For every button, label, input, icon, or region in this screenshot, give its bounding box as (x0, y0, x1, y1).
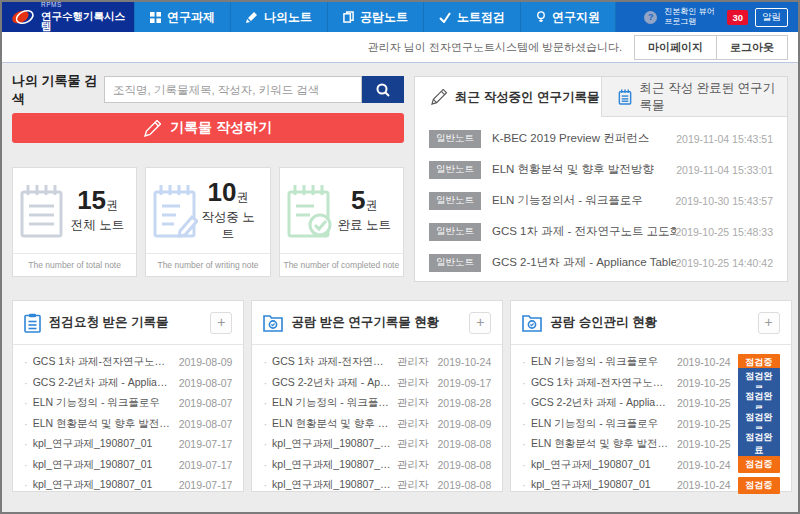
tab-label: 최근 작성 완료된 연구기록물 (640, 80, 788, 114)
create-record-button[interactable]: 기록물 작성하기 (12, 113, 404, 143)
list-item[interactable]: ·kpl_연구과제_190807_012019-07-17 (24, 475, 232, 496)
record-date: 2019-08-28 (438, 397, 492, 409)
brand-abbr: RPMS (41, 2, 134, 9)
list-item[interactable]: ·kpl_연구과제_190807_012019-07-17 (24, 434, 232, 455)
list-item[interactable]: 일반노트 GCS 1차 과제 - 전자연구노트 고도화 ㅏ 2019-10-25… (429, 216, 773, 247)
stat-caption: The number of total note (13, 253, 136, 276)
menu-item-shared-note[interactable]: 공람노트 (328, 2, 424, 32)
list-item[interactable]: ·ELN 현황분석 및 향후 발전방향2019-08-07 (24, 414, 232, 435)
more-button[interactable]: + (469, 312, 491, 334)
shared-records-list: ·GCS 1차 과제-전자연구노트 고도화관리자2019-10-24 ·GCS … (252, 345, 502, 496)
stat-card-total: 15권 전체 노트 The number of total note (12, 167, 137, 277)
stat-value: 5 (351, 185, 365, 215)
bullet: · (24, 438, 28, 450)
menu-label: 나의노트 (264, 9, 312, 26)
record-title: ELN 기능정의서 - 워크플로우 (492, 193, 676, 208)
list-item[interactable]: 일반노트 ELN 현황분석 및 향후 발전방향 2019-11-04 15:33… (429, 154, 773, 185)
menu-label: 연구지원 (552, 9, 600, 26)
bullet: · (263, 438, 267, 450)
record-date: 2019-07-17 (179, 438, 233, 450)
more-button[interactable]: + (210, 312, 232, 334)
list-item[interactable]: 일반노트 ELN 기능정의서 - 워크플로우 2019-10-30 15:43:… (429, 185, 773, 216)
left-column: 나의 기록물 검색 기록물 작성하기 (12, 76, 404, 282)
record-date: 2019-08-08 (438, 438, 492, 450)
viewer-program-link[interactable]: 진본확인 뷰어 프로그램 (664, 7, 714, 27)
list-item[interactable]: ·kpl_연구과제_190807_012019-10-24점검중 (522, 475, 779, 496)
pencil-icon (246, 11, 258, 23)
menu-item-research-task[interactable]: 연구과제 (134, 2, 231, 32)
record-owner: 관리자 (397, 355, 429, 369)
stat-unit: 권 (106, 198, 118, 212)
bulb-icon (536, 11, 546, 23)
menu-item-my-note[interactable]: 나의노트 (231, 2, 328, 32)
list-item[interactable]: ·kpl_연구과제_190807_01관리자2019-08-08 (263, 475, 491, 496)
menu-item-note-check[interactable]: 노트점검 (424, 2, 521, 32)
record-title: GCS 1차 과제-전자연구노트 고도화 (33, 355, 173, 369)
app-logo[interactable]: RPMS 연구수행기록시스템 (2, 2, 134, 32)
notification-button[interactable]: 알림 (755, 8, 788, 27)
mypage-button[interactable]: 마이페이지 (634, 35, 717, 60)
list-item[interactable]: ·GCS 1차 과제-전자연구노트 고도화2019-08-09 (24, 352, 232, 373)
record-owner: 관리자 (397, 478, 429, 492)
welcome-bar: 관리자 님이 전자연구노트시스템에 방문하셨습니다. 마이페이지 로그아웃 (2, 32, 798, 63)
approval-management-panel: 공람 승인관리 현황 + ·ELN 기능정의 - 워크플로우2019-10-24… (510, 300, 791, 492)
menu-item-research-support[interactable]: 연구지원 (521, 2, 616, 32)
list-item[interactable]: 일반노트 K-BEC 2019 Preview 컨퍼런스 2019-11-04 … (429, 123, 773, 154)
record-date: 2019-10-25 (677, 397, 731, 409)
list-item[interactable]: ·GCS 2-2년차 과제 - Appliance Ta...관리자2019-0… (263, 373, 491, 394)
bullet: · (522, 479, 526, 491)
record-title: ELN 현황분석 및 향후 발전방향 (531, 437, 671, 451)
more-button[interactable]: + (758, 312, 780, 334)
stat-value: 15 (77, 185, 106, 215)
list-item[interactable]: ·ELN 기능정의 - 워크플로우2019-08-07 (24, 393, 232, 414)
bullet: · (522, 356, 526, 368)
list-item[interactable]: ·GCS 1차 과제-전자연구노트 고도화관리자2019-10-24 (263, 352, 491, 373)
list-item[interactable]: ·ELN 현황분석 및 향후 발전방향2019-10-25점검완료 (522, 434, 779, 455)
record-date: 2019-10-24 (677, 479, 731, 491)
notebook-pencil-icon (150, 183, 198, 239)
record-search: 나의 기록물 검색 (12, 76, 404, 103)
search-button[interactable] (362, 76, 404, 103)
record-date: 2019-10-25 (677, 377, 731, 389)
status-badge: 점검완료 (738, 429, 780, 459)
record-date: 2019-08-07 (179, 397, 233, 409)
tab-recent-completed[interactable]: 최근 작성 완료된 연구기록물 (601, 77, 788, 117)
list-item[interactable]: ·kpl_연구과제_190807_01관리자2019-08-08 (263, 455, 491, 476)
list-item[interactable]: ·GCS 2-2년차 과제 - Appliance Ta...2019-08-0… (24, 373, 232, 394)
record-date: 2019-08-09 (179, 356, 233, 368)
record-date: 2019-10-24 (677, 459, 731, 471)
stat-unit: 권 (236, 190, 248, 204)
list-item[interactable]: ·kpl_연구과제_190807_012019-10-24점검중 (522, 455, 779, 476)
search-input[interactable] (104, 76, 362, 103)
record-title: ELN 기능정의 - 워크플로우 (272, 396, 391, 410)
record-title: K-BEC 2019 Preview 컨퍼런스 (492, 131, 676, 146)
copy-icon (343, 11, 354, 23)
bullet: · (263, 397, 267, 409)
list-item[interactable]: ·kpl_연구과제_190807_01관리자2019-08-08 (263, 434, 491, 455)
list-item[interactable]: ·kpl_연구과제_190807_012019-07-17 (24, 455, 232, 476)
folder-check-icon (522, 314, 542, 332)
bullet: · (24, 397, 28, 409)
record-datetime: 2019-11-04 15:33:01 (676, 164, 773, 176)
recent-list: 일반노트 K-BEC 2019 Preview 컨퍼런스 2019-11-04 … (415, 117, 787, 278)
logout-button[interactable]: 로그아웃 (717, 35, 788, 60)
bullet: · (263, 356, 267, 368)
list-item[interactable]: 일반노트 GCS 2-1년차 과제 - Appliance Tablet 차 2… (429, 247, 773, 278)
record-title: GCS 2-1년차 과제 - Appliance Tablet 차 (492, 255, 676, 270)
tab-recent-writing[interactable]: 최근 작성중인 연구기록물 (415, 77, 601, 117)
bullet: · (24, 418, 28, 430)
list-item[interactable]: ·ELN 현황분석 및 향후 발전방향관리자2019-08-09 (263, 414, 491, 435)
record-title: kpl_연구과제_190807_01 (272, 478, 391, 492)
notification-count-badge: 30 (727, 10, 748, 25)
record-date: 2019-08-08 (438, 459, 492, 471)
note-type-badge: 일반노트 (429, 223, 481, 241)
recent-records-panel: 최근 작성중인 연구기록물 최근 작성 완료된 연구기록물 일반노트 (414, 76, 788, 282)
record-date: 2019-08-08 (438, 479, 492, 491)
bullet: · (24, 377, 28, 389)
nav-utilities: ? 진본확인 뷰어 프로그램 30 알림 (616, 2, 798, 32)
record-date: 2019-10-25 (677, 418, 731, 430)
help-question-icon[interactable]: ? (644, 11, 657, 24)
record-title: ELN 현황분석 및 향후 발전방향 (492, 162, 676, 177)
list-item[interactable]: ·ELN 기능정의 - 워크플로우관리자2019-08-28 (263, 393, 491, 414)
stat-label: 완료 노트 (338, 217, 391, 234)
